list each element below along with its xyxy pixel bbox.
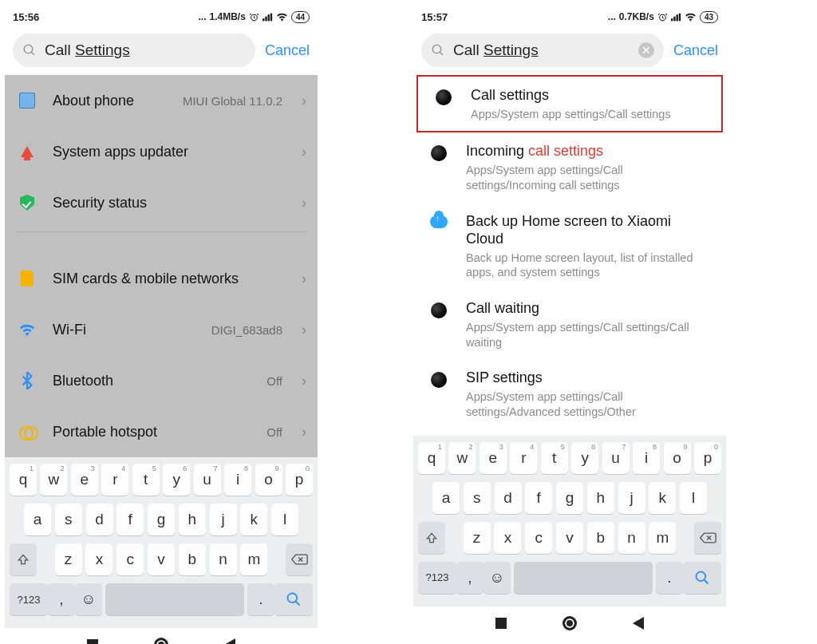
comma-key[interactable]: , <box>456 562 483 594</box>
symbols-key[interactable]: ?123 <box>10 583 48 615</box>
result-backup-cloud[interactable]: Back up Home screen to Xiaomi Cloud Back… <box>413 203 726 290</box>
cancel-button[interactable]: Cancel <box>673 42 718 59</box>
key-a[interactable]: a <box>24 504 51 535</box>
key-x[interactable]: x <box>85 543 112 575</box>
key-b[interactable]: b <box>179 543 206 575</box>
key-n[interactable]: n <box>618 522 645 554</box>
key-n[interactable]: n <box>210 543 237 575</box>
nav-recent-icon[interactable] <box>495 618 507 629</box>
row-about-phone[interactable]: About phone MIUI Global 11.0.2 › <box>5 75 318 126</box>
backspace-key[interactable] <box>694 522 721 554</box>
key-s[interactable]: s <box>464 482 491 514</box>
nav-back-icon[interactable] <box>633 617 644 630</box>
key-k[interactable]: k <box>240 504 267 535</box>
key-e[interactable]: e3 <box>480 442 507 474</box>
row-security-status[interactable]: Security status › <box>5 177 318 228</box>
key-v[interactable]: v <box>148 543 175 575</box>
row-portable-hotspot[interactable]: Portable hotspot Off › <box>5 406 318 457</box>
clear-button[interactable]: ✕ <box>638 42 654 58</box>
emoji-key[interactable]: ☺ <box>75 583 102 615</box>
keyboard: q1w2e3r4t5y6u7i8o9p0 asdfghjkl zxcvbnm ?… <box>413 436 726 606</box>
key-g[interactable]: g <box>556 482 583 514</box>
space-key[interactable] <box>105 583 244 615</box>
row-value: DIGI_683ad8 <box>211 323 282 337</box>
key-w[interactable]: w2 <box>448 442 476 474</box>
comma-key[interactable]: , <box>48 583 75 615</box>
result-title: Incoming call settings <box>466 142 712 160</box>
key-q[interactable]: q1 <box>418 442 445 474</box>
key-s[interactable]: s <box>55 504 82 535</box>
search-input[interactable]: Call Settings <box>13 34 255 67</box>
result-sip-settings[interactable]: SIP settings Apps/System app settings/Ca… <box>413 359 726 429</box>
key-y[interactable]: y6 <box>163 464 190 496</box>
key-u[interactable]: u7 <box>602 442 630 474</box>
key-t[interactable]: t5 <box>541 442 568 474</box>
key-x[interactable]: x <box>494 522 521 554</box>
key-z[interactable]: z <box>464 522 491 554</box>
result-call-waiting[interactable]: Call waiting Apps/System app settings/Ca… <box>413 290 726 359</box>
key-p[interactable]: p0 <box>694 442 721 474</box>
period-key[interactable]: . <box>247 583 274 615</box>
period-key[interactable]: . <box>656 562 683 594</box>
row-label: Bluetooth <box>53 373 252 389</box>
row-system-apps-updater[interactable]: System apps updater › <box>5 126 318 177</box>
search-key[interactable] <box>274 583 313 615</box>
key-r[interactable]: r4 <box>101 464 128 496</box>
key-q[interactable]: q1 <box>10 464 37 496</box>
row-sim-networks[interactable]: SIM cards & mobile networks › <box>5 253 318 304</box>
key-e[interactable]: e3 <box>71 464 98 496</box>
key-p[interactable]: p0 <box>286 464 313 496</box>
key-d[interactable]: d <box>86 504 113 535</box>
nav-home-icon[interactable] <box>562 616 577 630</box>
key-b[interactable]: b <box>587 522 614 554</box>
result-title: Call waiting <box>466 299 712 318</box>
result-call-settings[interactable]: Call settings Apps/System app settings/C… <box>418 77 721 131</box>
key-g[interactable]: g <box>148 504 175 535</box>
key-h[interactable]: h <box>587 482 614 514</box>
key-t[interactable]: t5 <box>132 464 160 496</box>
key-h[interactable]: h <box>179 504 206 535</box>
key-l[interactable]: l <box>271 504 298 535</box>
key-i[interactable]: i8 <box>224 464 251 496</box>
key-k[interactable]: k <box>649 482 676 514</box>
key-z[interactable]: z <box>55 543 82 575</box>
search-key[interactable] <box>683 562 721 594</box>
shift-key[interactable] <box>418 522 445 554</box>
key-m[interactable]: m <box>649 522 676 554</box>
nav-recent-icon[interactable] <box>87 639 98 644</box>
row-wifi[interactable]: Wi-Fi DIGI_683ad8 › <box>5 304 318 355</box>
result-incoming-call-settings[interactable]: Incoming call settings Apps/System app s… <box>413 132 726 202</box>
backspace-key[interactable] <box>286 543 313 575</box>
row-bluetooth[interactable]: Bluetooth Off › <box>5 355 318 406</box>
key-o[interactable]: o9 <box>255 464 282 496</box>
shift-key[interactable] <box>10 543 37 575</box>
settings-dot-icon <box>428 142 450 192</box>
key-c[interactable]: c <box>116 543 144 575</box>
emoji-key[interactable]: ☺ <box>483 562 511 594</box>
search-input[interactable]: Call Settings ✕ <box>421 34 664 67</box>
key-i[interactable]: i8 <box>633 442 660 474</box>
key-o[interactable]: o9 <box>664 442 691 474</box>
key-u[interactable]: u7 <box>194 464 221 496</box>
key-f[interactable]: f <box>116 504 144 535</box>
key-j[interactable]: j <box>618 482 645 514</box>
key-a[interactable]: a <box>432 482 460 514</box>
result-title: Back up Home screen to Xiaomi Cloud <box>466 212 712 248</box>
search-results: Call settings Apps/System app settings/C… <box>413 75 726 436</box>
key-d[interactable]: d <box>495 482 522 514</box>
result-path: Apps/System app settings/Call settings/A… <box>466 389 712 420</box>
key-j[interactable]: j <box>210 504 237 535</box>
key-y[interactable]: y6 <box>571 442 598 474</box>
key-r[interactable]: r4 <box>510 442 537 474</box>
key-c[interactable]: c <box>525 522 552 554</box>
key-f[interactable]: f <box>525 482 552 514</box>
key-v[interactable]: v <box>556 522 583 554</box>
key-w[interactable]: w2 <box>40 464 67 496</box>
nav-back-icon[interactable] <box>224 638 235 644</box>
key-l[interactable]: l <box>680 482 707 514</box>
nav-home-icon[interactable] <box>154 638 168 644</box>
key-m[interactable]: m <box>240 543 267 575</box>
symbols-key[interactable]: ?123 <box>418 562 456 594</box>
cancel-button[interactable]: Cancel <box>265 42 310 59</box>
space-key[interactable] <box>514 562 653 594</box>
